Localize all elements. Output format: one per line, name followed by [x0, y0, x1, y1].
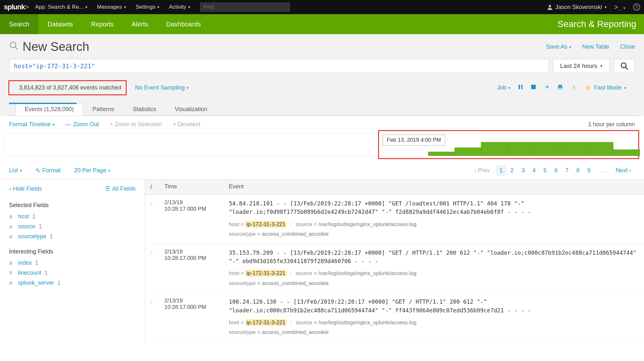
page-3[interactable]: 3	[518, 165, 529, 176]
format-events[interactable]: ✎ Format	[35, 167, 61, 174]
zoom-out[interactable]: — Zoom Out	[65, 121, 99, 128]
timeline-bar[interactable]	[454, 147, 481, 156]
timeline-bar[interactable]	[613, 149, 640, 156]
host-value[interactable]: ip-172-31-3-221	[246, 221, 287, 228]
page-1[interactable]: 1	[496, 165, 507, 176]
field-sourcetype[interactable]: asourcetype1	[9, 233, 136, 240]
page-5[interactable]: 5	[540, 165, 551, 176]
col-info[interactable]: i	[150, 183, 164, 191]
list-view[interactable]: List ▾	[9, 167, 22, 174]
timeline-bar[interactable]	[507, 142, 534, 156]
hide-fields[interactable]: ‹ Hide Fields	[9, 185, 42, 192]
field-source[interactable]: asource1	[9, 223, 136, 230]
progress-bar	[9, 103, 77, 104]
field-name[interactable]: linecount	[18, 270, 41, 276]
search-mode[interactable]: ⚡Fast Mode ▾	[584, 84, 626, 91]
close-button[interactable]: Close	[620, 43, 635, 50]
download-icon[interactable]	[571, 84, 577, 91]
time-range-picker[interactable]: Last 24 hours ▾	[553, 59, 610, 73]
field-name[interactable]: splunk_server	[18, 280, 54, 286]
print-icon[interactable]	[557, 84, 563, 91]
share-icon[interactable]	[544, 84, 550, 91]
source-value[interactable]: /var/log/outlogs/nginx_splunk/access.log	[318, 319, 416, 326]
page-8[interactable]: 8	[572, 165, 583, 176]
field-index[interactable]: aindex1	[9, 260, 136, 266]
job-menu[interactable]: Job ▾	[497, 84, 510, 91]
col-time[interactable]: Time	[164, 183, 229, 191]
tab-events[interactable]: Events (1,528,090)	[15, 103, 83, 116]
timeline-bar[interactable]	[560, 142, 587, 156]
timeline-chart[interactable]: Feb 13, 2019 4:00 PM	[4, 133, 640, 156]
search-button[interactable]	[614, 59, 635, 73]
page-9[interactable]: 9	[583, 165, 594, 176]
timeline-bar[interactable]	[428, 152, 454, 156]
prompt-icon[interactable]: >_ ▾	[614, 4, 625, 11]
tab-statistics[interactable]: Statistics	[123, 103, 165, 115]
tab-patterns[interactable]: Patterns	[83, 103, 123, 115]
timeline-bar[interactable]	[534, 142, 560, 156]
expand-icon[interactable]: 〉	[150, 249, 164, 289]
field-name[interactable]: host	[18, 213, 29, 220]
page-7[interactable]: 7	[561, 165, 572, 176]
sourcetype-value[interactable]: access_combined_wcookie	[262, 329, 329, 335]
all-fields[interactable]: ☰ All Fields	[105, 185, 136, 192]
field-name[interactable]: source	[18, 223, 35, 230]
pause-icon[interactable]	[518, 84, 523, 91]
event-data[interactable]: 100.24.126.130 - - [13/Feb/2019:22:28:17…	[229, 298, 639, 337]
nav-datasets[interactable]: Datasets	[38, 14, 82, 34]
sourcetype-value[interactable]: access_combined_wcookie	[262, 280, 329, 286]
svg-rect-5	[519, 85, 520, 89]
top-bar: splunk> App: Search & Re... ▾ Messages ▾…	[0, 0, 644, 14]
stop-icon[interactable]	[531, 84, 536, 91]
event-sampling[interactable]: No Event Sampling ▾	[135, 84, 189, 91]
field-name[interactable]: index	[18, 260, 32, 266]
sourcetype-value[interactable]: access_combined_wcookie	[262, 231, 329, 237]
page-4[interactable]: 4	[529, 165, 540, 176]
svg-line-2	[15, 47, 18, 50]
next-page[interactable]: Next ›	[612, 165, 635, 176]
field-splunk_server[interactable]: asplunk_server1	[9, 280, 136, 286]
messages-menu[interactable]: Messages ▾	[97, 4, 126, 10]
save-as-button[interactable]: Save As ▾	[546, 43, 571, 50]
nav-dashboards[interactable]: Dashboards	[157, 14, 210, 34]
per-page[interactable]: 20 Per Page ▾	[74, 167, 110, 174]
app-title: Search & Reporting	[558, 19, 643, 29]
format-timeline[interactable]: Format Timeline ▾	[9, 121, 54, 128]
event-data[interactable]: 54.84.218.101 - - [13/Feb/2019:22:28:17 …	[229, 199, 639, 239]
find-input[interactable]	[200, 2, 290, 12]
host-value[interactable]: ip-172-31-3-221	[246, 319, 287, 326]
app-switcher[interactable]: App: Search & Re... ▾	[35, 4, 87, 10]
bolt-icon: ⚡	[584, 84, 591, 91]
nav-search[interactable]: Search	[0, 14, 38, 34]
host-value[interactable]: ip-172-31-3-221	[246, 270, 287, 277]
settings-menu[interactable]: Settings ▾	[136, 4, 159, 10]
timeline-bar[interactable]	[481, 142, 507, 156]
expand-icon[interactable]: 〉	[150, 298, 164, 337]
page-2[interactable]: 2	[507, 165, 518, 176]
tab-visualization[interactable]: Visualization	[165, 103, 217, 115]
activity-menu[interactable]: Activity ▾	[169, 4, 190, 10]
new-table-button[interactable]: New Table	[582, 43, 609, 50]
col-event[interactable]: Event	[229, 183, 639, 191]
events-list: i Time Event 〉2/13/1910:28:17.000 PM54.8…	[145, 179, 644, 342]
source-value[interactable]: /var/log/outlogs/nginx_splunk/access.log	[318, 221, 416, 227]
source-value[interactable]: /var/log/outlogs/nginx_splunk/access.log	[318, 270, 416, 276]
nav-reports[interactable]: Reports	[82, 14, 122, 34]
event-data[interactable]: 35.153.79.209 - - [13/Feb/2019:22:28:17 …	[229, 249, 639, 289]
field-name[interactable]: sourcetype	[18, 233, 46, 240]
nav-alerts[interactable]: Alerts	[122, 14, 157, 34]
field-host[interactable]: ahost1	[9, 213, 136, 220]
timeline-bar[interactable]	[587, 142, 613, 156]
search-input[interactable]	[9, 59, 549, 73]
expand-icon[interactable]: 〉	[150, 199, 164, 239]
field-count: 1	[32, 213, 35, 220]
timeline-scale: 1 hour per column	[588, 121, 635, 128]
field-linecount[interactable]: #linecount1	[9, 270, 136, 276]
page-6[interactable]: 6	[551, 165, 561, 176]
result-tabs: Events (1,528,090) Patterns Statistics V…	[9, 99, 635, 116]
field-type-icon: a	[9, 213, 15, 220]
user-menu[interactable]: Jason Skowronski ▾	[547, 4, 607, 11]
help-icon[interactable]: ?	[633, 4, 640, 11]
status-row: 3,814,823 of 3,827,406 events matched No…	[9, 76, 635, 99]
search-icon	[9, 41, 19, 53]
